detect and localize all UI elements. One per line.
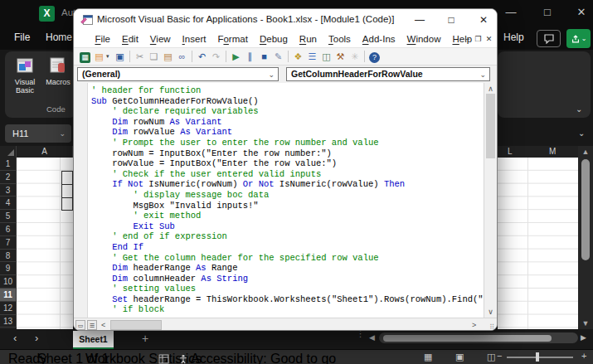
row-header-3[interactable]: 3 [0, 184, 17, 197]
row-header-11[interactable]: 11 [0, 289, 17, 302]
scroll-up-icon[interactable]: ▲ [578, 148, 593, 156]
page-layout-view-icon[interactable]: ▣ [455, 352, 464, 362]
page-break-view-icon[interactable]: ◫ [487, 352, 495, 362]
zoom-slider[interactable] [507, 357, 573, 358]
tab-file[interactable]: File [14, 32, 30, 43]
code-line[interactable]: Exit Sub [91, 221, 483, 232]
status-accessibility[interactable]: Accessibility: Good to go [191, 352, 336, 364]
copy-icon[interactable]: ❏ [147, 50, 161, 63]
undo-icon[interactable]: ↶ [195, 50, 209, 63]
select-all-corner[interactable] [0, 146, 17, 158]
vba-maximize-button[interactable]: □ [440, 11, 462, 29]
code-vertical-scrollbar[interactable]: ∧ ∨ [484, 83, 497, 318]
object-combobox[interactable]: (General) ⌄ [77, 67, 279, 81]
zoom-in-button[interactable]: + [581, 351, 586, 361]
properties-window-icon[interactable]: ☰ [305, 50, 319, 63]
name-box[interactable]: H11⌄ [5, 124, 71, 143]
row-header-4[interactable]: 4 [0, 197, 17, 210]
find-icon[interactable]: ∞ [175, 50, 189, 63]
procedure-combobox[interactable]: GetColumnHeaderForRowValue ⌄ [286, 67, 490, 81]
zoom-slider-thumb[interactable] [536, 352, 539, 362]
column-header-l[interactable]: L [508, 146, 513, 158]
menu-debug[interactable]: Debug [254, 31, 294, 48]
code-line[interactable]: ' exit method [91, 211, 483, 221]
grid-cells-right[interactable]: L M [498, 146, 578, 329]
mdi-minimize-button[interactable]: – [462, 34, 473, 45]
row-header-12[interactable]: 12 [0, 302, 17, 315]
excel-close-button[interactable]: ✕ [569, 3, 593, 22]
resize-grip-icon[interactable]: ⠿ [489, 323, 495, 331]
menu-file[interactable]: File [89, 31, 116, 48]
sheet-tab-sheet1[interactable]: Sheet1 [73, 331, 114, 349]
row-header-5[interactable]: 5 [0, 210, 17, 223]
row-header-2[interactable]: 2 [0, 171, 17, 184]
vba-close-button[interactable]: ✕ [473, 11, 494, 29]
excel-maximize-button[interactable]: □ [535, 3, 560, 22]
code-line[interactable]: ' if block [91, 304, 483, 315]
code-scroll-left-icon[interactable]: < [101, 320, 105, 330]
help-icon[interactable]: ? [367, 50, 382, 63]
view-excel-icon[interactable]: ▦ [78, 50, 92, 63]
normal-view-icon[interactable]: ▦ [424, 352, 432, 362]
code-line[interactable]: Dim rowValue As Variant [91, 127, 483, 138]
code-vscroll-thumb[interactable] [486, 94, 495, 158]
macros-button[interactable]: Macros [43, 55, 73, 86]
code-line[interactable]: ' end of if expression [91, 231, 483, 242]
code-line[interactable]: rowValue = InputBox("Enter the row value… [91, 158, 483, 169]
excel-vertical-scrollbar[interactable]: ▲ ▼ [578, 146, 593, 329]
mdi-close-button[interactable]: ✕ [484, 34, 494, 45]
visual-basic-button[interactable]: Visual Basic [9, 55, 41, 95]
tab-home[interactable]: Home [46, 32, 72, 43]
design-mode-icon[interactable]: ✎ [271, 50, 285, 63]
code-line[interactable]: ' Get the column header for the specifie… [91, 253, 483, 264]
code-line[interactable]: ' header for function [91, 85, 483, 96]
menu-view[interactable]: View [144, 31, 177, 48]
excel-hscroll-thumb[interactable] [383, 335, 552, 342]
code-horizontal-scrollbar[interactable]: ▭ ☰ < > ⠿ [74, 318, 497, 331]
menu-window[interactable]: Window [401, 31, 447, 48]
row-header-6[interactable]: 6 [0, 223, 17, 236]
formula-bar-expand-chevron-icon[interactable]: ⌄ [578, 129, 585, 138]
code-scroll-down-icon[interactable]: ∨ [484, 308, 497, 316]
code-line[interactable]: ' Check if the user entered valid inputs [91, 169, 483, 180]
comments-button[interactable] [537, 30, 561, 47]
code-line[interactable]: Sub GetColumnHeaderForRowValue() [91, 96, 483, 107]
code-line[interactable]: ' setting values [91, 284, 483, 294]
code-hscroll-thumb[interactable] [110, 320, 162, 330]
vba-minimize-button[interactable]: — [409, 11, 430, 29]
reset-icon[interactable]: ■ [257, 50, 271, 63]
menu-tools[interactable]: Tools [323, 31, 357, 48]
procedure-view-button[interactable]: ▭ [75, 320, 85, 330]
cut-icon[interactable]: ✂ [133, 50, 147, 63]
code-line[interactable]: Dim columnHeader As String [91, 274, 483, 284]
intellisense-icon[interactable]: ✳ [348, 50, 362, 63]
row-header-10[interactable]: 10 [0, 275, 17, 289]
share-button[interactable]: ⌄ [566, 29, 591, 48]
tab-scroll-divider[interactable]: ⋮ [356, 331, 365, 336]
ribbon-collapse-chevron-icon[interactable]: ⌄ [576, 104, 582, 114]
hscroll-right-icon[interactable]: ▶ [581, 332, 586, 343]
row-header-8[interactable]: 8 [0, 250, 17, 263]
menu-insert[interactable]: Insert [177, 31, 212, 48]
excel-minimize-button[interactable]: — [498, 3, 523, 22]
code-line[interactable]: Dim headerRange As Range [91, 263, 483, 274]
code-line[interactable]: Dim rowNum As Variant [91, 117, 483, 128]
code-line[interactable]: ' display message boc data [91, 190, 483, 201]
code-scroll-up-icon[interactable]: ∧ [484, 85, 497, 93]
row-header-7[interactable]: 7 [0, 236, 17, 250]
code-line[interactable]: If Not IsNumeric(rowNum) Or Not IsNumeri… [91, 179, 483, 190]
menu-edit[interactable]: Edit [116, 31, 144, 48]
code-line[interactable]: ' declare required variables [91, 106, 483, 117]
object-browser-icon[interactable]: ◫ [319, 50, 333, 63]
menu-addins[interactable]: Add-Ins [357, 31, 401, 48]
insert-userform-icon[interactable]: ▤ [92, 50, 106, 63]
vba-titlebar[interactable]: Microsoft Visual Basic for Applications … [74, 9, 497, 31]
toolbox-icon[interactable]: ⚒ [333, 50, 348, 63]
scroll-down-icon[interactable]: ▼ [578, 319, 593, 328]
paste-icon[interactable]: ▤ [161, 50, 175, 63]
save-icon[interactable]: ▣ [113, 50, 127, 63]
run-icon[interactable]: ▶ [229, 50, 243, 63]
next-sheet-button[interactable]: › [35, 332, 38, 344]
code-scroll-right-icon[interactable]: > [472, 320, 476, 330]
code-line[interactable]: MsgBox "Invalid inputs!" [91, 201, 483, 211]
